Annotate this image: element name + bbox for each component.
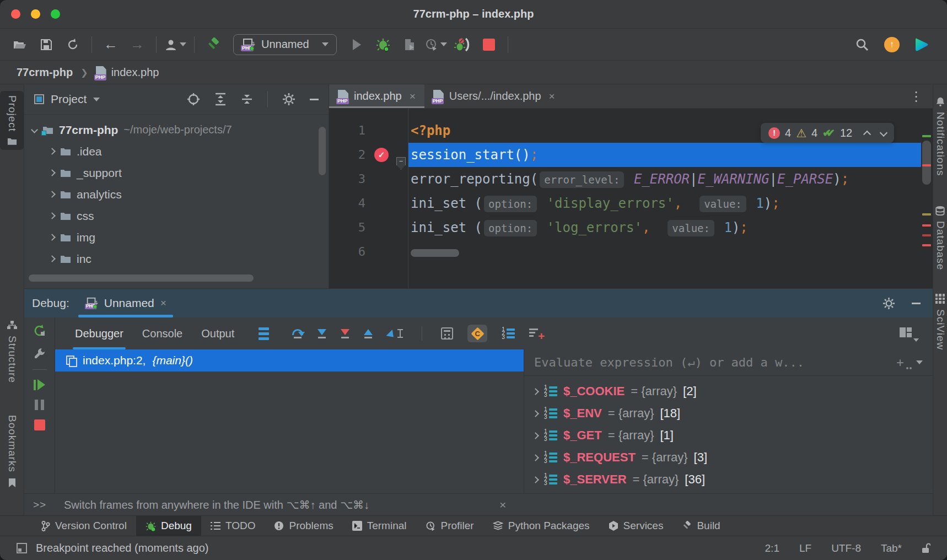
chevron-right-icon[interactable] xyxy=(49,255,56,262)
debug-session-tab[interactable]: ↴ PHP Unnamed × xyxy=(76,289,175,317)
breadcrumb-project[interactable]: 77crm-php xyxy=(17,66,73,79)
gear-icon[interactable] xyxy=(282,93,295,106)
toolbar-problems[interactable]: Problems xyxy=(265,516,342,536)
vertical-scrollbar[interactable] xyxy=(319,127,326,175)
editor-tab-index-php[interactable]: PHP index.php × xyxy=(329,84,424,108)
hide-panel-button[interactable] xyxy=(912,303,921,304)
variable-row[interactable]: $_GET = {array} [1] xyxy=(524,424,933,446)
chevron-right-icon[interactable] xyxy=(532,476,539,483)
collapse-toolbar-button[interactable]: >> xyxy=(24,499,55,511)
expand-all-icon[interactable] xyxy=(214,93,227,106)
close-window-button[interactable] xyxy=(11,9,20,19)
breakpoint-icon[interactable]: ✓ xyxy=(374,148,389,162)
evaluate-expression-button[interactable] xyxy=(441,327,453,340)
stripe-project-button[interactable]: Project xyxy=(0,91,24,150)
pause-program-button[interactable] xyxy=(35,400,44,410)
evaluate-expression-bar[interactable]: Evaluate expression (↵) or add a w... + xyxy=(524,349,933,376)
previous-problem-icon[interactable] xyxy=(863,131,871,138)
stop-button[interactable] xyxy=(477,33,501,56)
code-with-me-button[interactable] xyxy=(910,33,934,56)
status-message[interactable]: Breakpoint reached (moments ago) xyxy=(36,542,209,554)
line-separator[interactable]: LF xyxy=(799,542,811,554)
layout-settings-button[interactable] xyxy=(900,327,914,340)
back-button[interactable]: ← xyxy=(99,33,123,56)
resume-program-button[interactable] xyxy=(34,379,45,390)
tab-output[interactable]: Output xyxy=(199,317,236,349)
variable-row[interactable]: $_ENV = {array} [18] xyxy=(524,402,933,424)
gutter-line[interactable]: 6 xyxy=(329,240,408,264)
locate-file-icon[interactable] xyxy=(187,93,200,106)
code-line[interactable] xyxy=(408,240,921,264)
next-problem-icon[interactable] xyxy=(880,129,887,137)
rerun-icon[interactable] xyxy=(33,324,46,337)
caret-position[interactable]: 2:1 xyxy=(765,542,779,554)
toolbar-profiler[interactable]: Profiler xyxy=(416,516,483,536)
chevron-right-icon[interactable] xyxy=(532,388,539,395)
sync-button[interactable] xyxy=(61,33,85,56)
stripe-notifications-button[interactable]: Notifications xyxy=(933,92,947,181)
tab-options-kebab-icon[interactable]: ⋮ xyxy=(910,84,933,108)
view-as-list-button[interactable] xyxy=(502,329,515,338)
step-out-button[interactable] xyxy=(364,329,373,338)
file-encoding[interactable]: UTF-8 xyxy=(831,542,861,554)
inspections-widget[interactable]: ! 4 ⚠ 4 ✔✔ 12 xyxy=(761,123,894,143)
toolbar-python-packages[interactable]: Python Packages xyxy=(483,516,599,536)
tree-folder-row[interactable]: analytics xyxy=(24,184,329,205)
close-tab-icon[interactable]: × xyxy=(549,90,555,103)
lock-icon[interactable] xyxy=(922,543,930,554)
toolbar-services[interactable]: Services xyxy=(599,516,673,536)
save-button[interactable] xyxy=(34,33,58,56)
run-configuration-select[interactable]: ↴ PHP Unnamed xyxy=(233,34,337,55)
editor-tab-users-index-php[interactable]: PHP Users/.../index.php × xyxy=(424,84,564,108)
indent-style[interactable]: Tab* xyxy=(881,542,902,554)
tree-folder-row[interactable]: _support xyxy=(24,162,329,184)
close-tab-icon[interactable]: × xyxy=(410,90,416,103)
code-line[interactable]: ini_set (option: 'display_errors', value… xyxy=(408,191,921,216)
profile-button[interactable] xyxy=(163,33,187,56)
close-hint-icon[interactable]: × xyxy=(499,498,506,511)
search-everywhere-button[interactable] xyxy=(850,33,874,56)
coverage-button[interactable] xyxy=(397,33,422,56)
profiler-button[interactable] xyxy=(424,33,448,56)
hide-panel-button[interactable] xyxy=(310,99,319,100)
build-button[interactable] xyxy=(201,33,225,56)
chevron-down-icon[interactable] xyxy=(916,360,923,364)
update-available-button[interactable]: ↑ xyxy=(884,37,900,52)
error-stripe[interactable] xyxy=(921,109,933,288)
chevron-right-icon[interactable] xyxy=(49,148,56,155)
tree-folder-row[interactable]: inc xyxy=(24,248,329,270)
stripe-structure-button[interactable]: Structure xyxy=(0,316,24,387)
chevron-right-icon[interactable] xyxy=(532,410,539,417)
gear-icon[interactable] xyxy=(883,297,895,310)
gutter-line[interactable]: 1 xyxy=(329,119,408,143)
tree-folder-row[interactable]: .idea xyxy=(24,141,329,162)
zoom-window-button[interactable] xyxy=(51,9,60,19)
step-over-button[interactable] xyxy=(292,329,303,338)
editor-scrollbar-thumb[interactable] xyxy=(922,141,931,185)
tab-console[interactable]: Console xyxy=(140,317,185,349)
close-session-icon[interactable]: × xyxy=(160,297,166,309)
project-panel-title[interactable]: Project xyxy=(51,93,87,106)
php-console-toggle-button[interactable]: C xyxy=(467,325,487,342)
variable-row[interactable]: $_SERVER = {array} [36] xyxy=(524,469,933,491)
gutter-line[interactable]: 3 xyxy=(329,167,408,191)
toolbar-build[interactable]: Build xyxy=(672,516,729,536)
forward-button[interactable]: → xyxy=(125,33,149,56)
stripe-bookmarks-button[interactable]: Bookmarks xyxy=(0,411,24,492)
gutter-line[interactable]: 4 xyxy=(329,191,408,216)
code-line-current[interactable]: session_start(); xyxy=(408,143,921,167)
gutter-line[interactable]: 5 xyxy=(329,216,408,240)
variable-row[interactable]: $_COOKIE = {array} [2] xyxy=(524,380,933,402)
chevron-right-icon[interactable] xyxy=(532,432,539,439)
editor-horizontal-scrollbar[interactable] xyxy=(411,249,459,257)
force-step-into-button[interactable] xyxy=(341,329,349,338)
toolbar-version-control[interactable]: Version Control xyxy=(32,516,136,536)
tree-root-row[interactable]: 77crm-php ~/moje/web-projects/7 xyxy=(24,119,329,141)
add-watch-button[interactable]: + xyxy=(529,327,544,340)
breadcrumb-file[interactable]: PHP index.php xyxy=(96,66,159,79)
gutter-line[interactable]: 2✓ xyxy=(329,143,408,167)
tree-folder-row[interactable]: img xyxy=(24,227,329,248)
run-button[interactable] xyxy=(345,33,369,56)
stripe-database-button[interactable]: Database xyxy=(933,201,947,274)
debug-button[interactable] xyxy=(371,33,395,56)
